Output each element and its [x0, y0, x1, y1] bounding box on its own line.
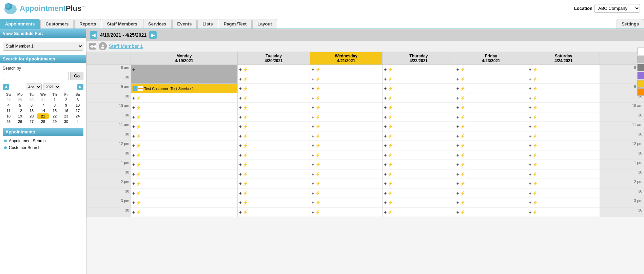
- add-appointment-button[interactable]: +: [132, 162, 135, 167]
- add-appointment-button[interactable]: +: [311, 77, 314, 81]
- add-appointment-button[interactable]: +: [529, 86, 531, 91]
- lightning-icon[interactable]: ⚡: [460, 67, 465, 72]
- lightning-icon[interactable]: ⚡: [388, 67, 393, 72]
- add-appointment-button[interactable]: +: [239, 162, 242, 167]
- lightning-icon[interactable]: ⚡: [243, 162, 248, 167]
- add-appointment-button[interactable]: +: [132, 172, 135, 177]
- add-appointment-button[interactable]: +: [311, 162, 314, 167]
- lightning-icon[interactable]: ⚡: [532, 124, 538, 129]
- calendar-day[interactable]: 10: [72, 103, 83, 108]
- calendar-day[interactable]: 20: [26, 113, 37, 119]
- lightning-icon[interactable]: ⚡: [136, 172, 141, 177]
- lightning-icon[interactable]: ⚡: [388, 172, 393, 177]
- lightning-icon[interactable]: ⚡: [243, 200, 248, 205]
- lightning-icon[interactable]: ⚡: [315, 162, 320, 167]
- add-appointment-button[interactable]: +: [384, 200, 387, 205]
- add-appointment-button[interactable]: +: [311, 143, 314, 148]
- add-appointment-button[interactable]: +: [132, 210, 135, 215]
- add-appointment-button[interactable]: +: [384, 115, 387, 120]
- calendar-day[interactable]: 14: [37, 108, 49, 113]
- add-appointment-button[interactable]: +: [384, 191, 387, 196]
- add-appointment-button[interactable]: +: [132, 181, 135, 186]
- calendar-day[interactable]: 29: [49, 119, 60, 124]
- lightning-icon[interactable]: ⚡: [243, 181, 248, 186]
- add-appointment-button[interactable]: +: [456, 143, 459, 148]
- lightning-icon[interactable]: ⚡: [136, 105, 141, 110]
- calendar-day[interactable]: 31: [37, 97, 49, 103]
- lightning-icon[interactable]: ⚡: [532, 143, 538, 148]
- add-appointment-button[interactable]: +: [239, 181, 242, 186]
- lightning-icon[interactable]: ⚡: [460, 200, 465, 205]
- lightning-icon[interactable]: ⚡: [243, 153, 248, 158]
- calendar-day[interactable]: 24: [72, 113, 83, 119]
- appointment-search-link[interactable]: Appointment Search: [3, 138, 83, 144]
- add-appointment-button[interactable]: +: [456, 153, 459, 158]
- add-appointment-button[interactable]: +: [132, 96, 135, 101]
- add-appointment-button[interactable]: +: [311, 172, 314, 177]
- location-select[interactable]: ABC Company: [594, 4, 640, 13]
- lightning-icon[interactable]: ⚡: [136, 181, 141, 186]
- lightning-icon[interactable]: ⚡: [136, 210, 141, 215]
- lightning-icon[interactable]: ⚡: [388, 105, 393, 110]
- add-appointment-button[interactable]: +: [311, 153, 314, 158]
- add-appointment-button[interactable]: +: [384, 172, 387, 177]
- add-appointment-button[interactable]: +: [239, 96, 242, 101]
- lightning-icon[interactable]: ⚡: [460, 96, 465, 101]
- lightning-icon[interactable]: ⚡: [243, 124, 248, 129]
- lightning-icon[interactable]: ⚡: [460, 162, 465, 167]
- lightning-icon[interactable]: ⚡: [532, 191, 538, 196]
- calendar-day[interactable]: 5: [14, 103, 26, 108]
- add-appointment-button[interactable]: +: [456, 67, 459, 72]
- add-appointment-button[interactable]: +: [239, 153, 242, 158]
- staff-back-button[interactable]: ◀◀: [89, 43, 96, 50]
- lightning-icon[interactable]: ⚡: [460, 143, 465, 148]
- add-appointment-button[interactable]: +: [311, 124, 314, 129]
- lightning-icon[interactable]: ⚡: [243, 191, 248, 196]
- lightning-icon[interactable]: ⚡: [460, 210, 465, 215]
- add-appointment-button[interactable]: +: [311, 115, 314, 120]
- add-appointment-button[interactable]: +: [384, 210, 387, 215]
- add-appointment-button[interactable]: +: [529, 191, 531, 196]
- lightning-icon[interactable]: ⚡: [243, 86, 248, 91]
- lightning-icon[interactable]: ⚡: [315, 67, 320, 72]
- add-appointment-button[interactable]: +: [456, 191, 459, 196]
- nav-tab-customers[interactable]: Customers: [40, 19, 74, 29]
- add-appointment-button[interactable]: +: [384, 124, 387, 129]
- nav-tab-reports[interactable]: Reports: [74, 19, 101, 29]
- lightning-icon[interactable]: ⚡: [388, 200, 393, 205]
- add-appointment-button[interactable]: +: [239, 124, 242, 129]
- settings-button[interactable]: Settings: [617, 19, 644, 29]
- calendar-day[interactable]: 17: [72, 108, 83, 113]
- add-appointment-button[interactable]: +: [132, 200, 135, 205]
- calendar-day[interactable]: 30: [26, 97, 37, 103]
- add-appointment-button[interactable]: +: [239, 77, 242, 81]
- lightning-icon[interactable]: ⚡: [460, 153, 465, 158]
- calendar-day[interactable]: 28: [3, 97, 14, 103]
- nav-tab-services[interactable]: Services: [143, 19, 172, 29]
- add-appointment-button[interactable]: +: [311, 67, 314, 72]
- calendar-day[interactable]: 30: [60, 119, 72, 124]
- calendar-day[interactable]: 12: [14, 108, 26, 113]
- lightning-icon[interactable]: ⚡: [388, 191, 393, 196]
- add-appointment-button[interactable]: +: [132, 105, 135, 110]
- calendar-day[interactable]: 7: [37, 103, 49, 108]
- add-appointment-button[interactable]: +: [239, 115, 242, 120]
- add-appointment-button[interactable]: +: [456, 96, 459, 101]
- calendar-day[interactable]: 16: [60, 108, 72, 113]
- lightning-icon[interactable]: ⚡: [460, 105, 465, 110]
- add-appointment-button[interactable]: +: [529, 96, 531, 101]
- lightning-icon[interactable]: ⚡: [315, 172, 320, 177]
- cal-next-week-button[interactable]: ▶: [149, 31, 157, 39]
- lightning-icon[interactable]: ⚡: [243, 77, 248, 81]
- add-appointment-button[interactable]: +: [384, 162, 387, 167]
- lightning-icon[interactable]: ⚡: [315, 105, 320, 110]
- add-appointment-button[interactable]: +: [456, 200, 459, 205]
- lightning-icon[interactable]: ⚡: [315, 124, 320, 129]
- add-appointment-button[interactable]: +: [384, 86, 387, 91]
- lightning-icon[interactable]: ⚡: [136, 96, 141, 101]
- calendar-day[interactable]: 22: [49, 113, 60, 119]
- lightning-icon[interactable]: ⚡: [315, 86, 320, 91]
- calendar-day[interactable]: 13: [26, 108, 37, 113]
- lightning-icon[interactable]: ⚡: [315, 115, 320, 120]
- nav-tab-appointments[interactable]: Appointments: [0, 19, 40, 29]
